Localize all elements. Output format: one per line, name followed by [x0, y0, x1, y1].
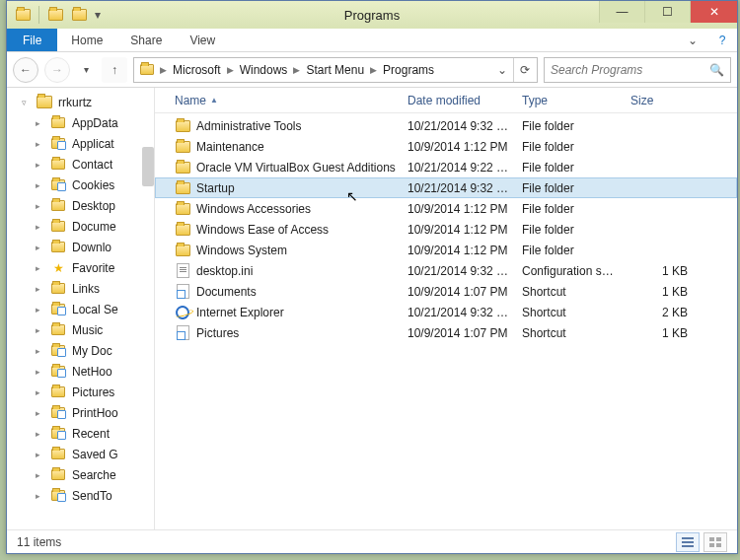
breadcrumb[interactable]: Microsoft — [169, 63, 225, 77]
qat-customize-dropdown[interactable]: ▾ — [93, 8, 103, 22]
expander-icon[interactable]: ▸ — [33, 284, 42, 294]
breadcrumb[interactable]: Windows — [236, 63, 292, 77]
expander-icon[interactable]: ▸ — [33, 429, 42, 439]
search-box[interactable]: 🔍 — [544, 57, 731, 83]
expander-icon[interactable]: ▸ — [33, 408, 42, 418]
tree-root-user[interactable]: ▿ rrkurtz — [7, 92, 154, 112]
ribbon-tab-share[interactable]: Share — [116, 29, 176, 51]
expander-icon[interactable]: ▸ — [33, 160, 42, 170]
recent-locations-dropdown[interactable]: ▾ — [76, 60, 96, 80]
qat-newfolder-icon[interactable] — [69, 5, 89, 25]
expander-icon[interactable]: ▸ — [33, 325, 42, 335]
tree-item[interactable]: ▸PrintHoo — [7, 402, 154, 423]
tree-item[interactable]: ▸Music — [7, 319, 154, 340]
breadcrumb[interactable]: Programs — [379, 63, 438, 77]
help-icon[interactable]: ? — [707, 29, 737, 51]
cell-name: Internet Explorer — [169, 305, 402, 320]
expander-icon[interactable]: ▸ — [33, 491, 42, 501]
file-row[interactable]: Administrative Tools10/21/2014 9:32 PMFi… — [155, 115, 737, 136]
ribbon-tab-home[interactable]: Home — [57, 29, 116, 51]
breadcrumb[interactable]: Start Menu — [302, 63, 368, 77]
chevron-right-icon[interactable]: ▶ — [225, 65, 236, 75]
expander-icon[interactable]: ▸ — [33, 450, 42, 459]
tree-item[interactable]: ▸Recent — [7, 423, 154, 444]
tree-item[interactable]: ▸Links — [7, 278, 154, 299]
expander-icon[interactable]: ▸ — [33, 367, 42, 377]
expander-icon[interactable]: ▸ — [33, 346, 42, 356]
tree-item[interactable]: ▸Contact — [7, 154, 154, 175]
thumbnails-view-icon — [709, 537, 721, 547]
expander-icon[interactable]: ▸ — [33, 470, 42, 480]
tree-item-label: Downlo — [72, 241, 111, 254]
tree-item-label: My Doc — [72, 344, 112, 358]
cell-name: Windows Accessories — [169, 201, 402, 217]
up-button[interactable]: ↑ — [102, 57, 127, 83]
back-button[interactable]: ← — [13, 57, 38, 83]
column-header-date[interactable]: Date modified — [402, 94, 516, 107]
ribbon-file-tab[interactable]: File — [7, 29, 57, 51]
tree-item[interactable]: ▸Desktop — [7, 195, 154, 216]
tree-item[interactable]: ▸Local Se — [7, 299, 154, 319]
column-header-size[interactable]: Size — [625, 94, 694, 107]
maximize-button[interactable]: ☐ — [644, 1, 690, 23]
forward-button[interactable]: → — [44, 57, 70, 83]
file-row[interactable]: Windows System10/9/2014 1:12 PMFile fold… — [155, 240, 737, 260]
file-row[interactable]: Maintenance10/9/2014 1:12 PMFile folder — [155, 136, 737, 157]
expander-icon[interactable]: ▸ — [33, 201, 42, 211]
file-row[interactable]: Startup10/21/2014 9:32 PMFile folder — [155, 177, 737, 198]
file-row[interactable]: Windows Ease of Access10/9/2014 1:12 PMF… — [155, 219, 737, 240]
file-row[interactable]: Internet Explorer10/21/2014 9:32 PMShort… — [155, 302, 737, 322]
tree-item[interactable]: ▸SendTo — [7, 485, 154, 506]
view-details-button[interactable] — [676, 532, 700, 552]
tree-item[interactable]: ▸AppData — [7, 112, 154, 133]
navigation-tree[interactable]: ▿ rrkurtz ▸AppData▸Applicat▸Contact▸Cook… — [7, 88, 155, 529]
app-icon[interactable] — [13, 5, 33, 25]
tree-item[interactable]: ▸My Doc — [7, 340, 154, 361]
chevron-right-icon[interactable]: ▶ — [291, 65, 302, 75]
refresh-icon[interactable]: ⟳ — [513, 58, 535, 82]
chevron-right-icon[interactable]: ▶ — [368, 65, 379, 75]
expander-icon[interactable]: ▸ — [33, 118, 42, 128]
tree-item[interactable]: ▸Cookies — [7, 175, 154, 195]
expander-icon[interactable]: ▸ — [33, 263, 42, 273]
expander-icon[interactable]: ▸ — [33, 180, 42, 190]
file-row[interactable]: Oracle VM VirtualBox Guest Additions10/2… — [155, 157, 737, 177]
expander-icon[interactable]: ▸ — [33, 139, 42, 149]
view-thumbnails-button[interactable] — [703, 532, 727, 552]
titlebar: ▾ Programs — ☐ ✕ — [7, 1, 737, 29]
expander-icon[interactable]: ▸ — [33, 387, 42, 397]
ribbon-expand-icon[interactable]: ⌄ — [678, 29, 707, 51]
cell-type: File folder — [516, 119, 625, 133]
ribbon-tab-view[interactable]: View — [176, 29, 229, 51]
tree-item[interactable]: ▸Applicat — [7, 133, 154, 154]
address-dropdown-icon[interactable]: ⌄ — [491, 58, 513, 82]
expander-icon[interactable]: ▸ — [33, 243, 42, 252]
file-name: Administrative Tools — [196, 119, 302, 133]
search-input[interactable] — [551, 63, 709, 77]
close-button[interactable]: ✕ — [690, 1, 737, 23]
address-bar[interactable]: ▶ Microsoft ▶ Windows ▶ Start Menu ▶ Pro… — [133, 57, 538, 83]
file-row[interactable]: Pictures10/9/2014 1:07 PMShortcut1 KB — [155, 322, 737, 343]
expander-icon[interactable]: ▿ — [19, 98, 29, 107]
tree-item[interactable]: ▸Saved G — [7, 444, 154, 464]
tree-item-label: Saved G — [72, 448, 118, 461]
file-row[interactable]: Documents10/9/2014 1:07 PMShortcut1 KB — [155, 281, 737, 302]
tree-item[interactable]: ▸Searche — [7, 464, 154, 485]
tree-item[interactable]: ▸Pictures — [7, 382, 154, 402]
file-row[interactable]: Windows Accessories10/9/2014 1:12 PMFile… — [155, 198, 737, 219]
tree-item[interactable]: ▸NetHoo — [7, 361, 154, 382]
column-header-type[interactable]: Type — [516, 94, 625, 107]
expander-icon[interactable]: ▸ — [33, 305, 42, 315]
minimize-button[interactable]: — — [599, 1, 644, 23]
expander-icon[interactable]: ▸ — [33, 222, 42, 232]
file-row[interactable]: desktop.ini10/21/2014 9:32 PMConfigurati… — [155, 260, 737, 281]
chevron-right-icon[interactable]: ▶ — [158, 65, 169, 75]
tree-item[interactable]: ▸Docume — [7, 216, 154, 237]
file-rows[interactable]: Administrative Tools10/21/2014 9:32 PMFi… — [155, 113, 737, 529]
tree-item[interactable]: ▸★Favorite — [7, 257, 154, 278]
qat-properties-icon[interactable] — [45, 5, 65, 25]
cell-date: 10/21/2014 9:32 PM — [402, 264, 516, 278]
tree-item[interactable]: ▸Downlo — [7, 237, 154, 257]
cell-date: 10/21/2014 9:32 PM — [402, 306, 516, 319]
column-header-name[interactable]: Name ▲ — [169, 94, 402, 107]
